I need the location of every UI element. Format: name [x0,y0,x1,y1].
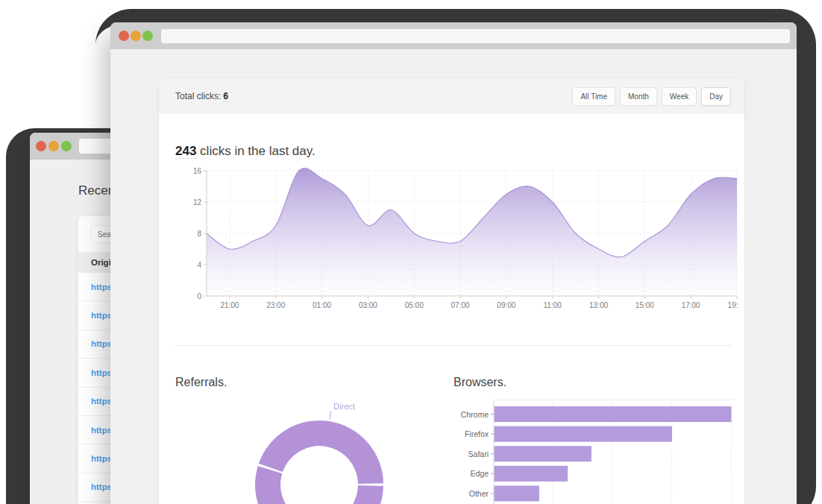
svg-text:15:00: 15:00 [636,301,654,309]
minimize-window-icon[interactable] [48,141,59,151]
svg-text:8: 8 [197,230,201,238]
donut-slice-label: Direct [333,402,355,411]
svg-text:23:00: 23:00 [266,301,285,309]
svg-text:19:00: 19:00 [727,301,738,309]
close-window-icon[interactable] [119,31,129,41]
total-clicks-value: 6 [223,91,228,102]
page: Recent Original https://https://https://… [0,0,822,504]
section-divider [175,345,731,346]
bar-category-label: Firefox [465,429,489,438]
range-button-day[interactable]: Day [701,87,731,106]
bar-category-label: Safari [468,450,489,459]
minimize-window-icon[interactable] [131,31,141,41]
svg-text:01:00: 01:00 [313,301,331,309]
front-browser-window: Total clicks:6 All TimeMonthWeekDay 243 … [110,22,797,504]
stats-card: Total clicks:6 All TimeMonthWeekDay 243 … [159,78,744,504]
clicks-area-chart: 048121621:0023:0001:0003:0005:0007:0009:… [175,162,738,320]
svg-text:11:00: 11:00 [544,301,562,309]
referrals-title: Referrals. [175,376,227,389]
stats-card-header: Total clicks:6 All TimeMonthWeekDay [159,78,744,114]
svg-text:05:00: 05:00 [405,301,424,309]
svg-text:07:00: 07:00 [451,301,470,309]
maximize-window-icon[interactable] [61,141,72,151]
bar-category-label: Other [469,489,489,498]
headline-text: clicks in the last day. [196,144,315,158]
close-window-icon[interactable] [36,141,46,151]
svg-text:4: 4 [197,261,201,269]
front-window-titlebar [110,22,797,49]
svg-text:09:00: 09:00 [497,301,515,309]
svg-text:03:00: 03:00 [359,301,377,309]
browsers-bar-chart: ChromeFirefoxSafariEdgeOther [436,388,738,504]
svg-text:0: 0 [197,292,201,300]
address-bar[interactable] [161,29,790,43]
bar-category-label: Chrome [461,410,489,419]
svg-text:17:00: 17:00 [682,301,700,309]
range-buttons: All TimeMonthWeekDay [572,87,731,106]
total-clicks-text: Total clicks: [175,91,221,101]
maximize-window-icon[interactable] [142,31,153,41]
total-clicks-label: Total clicks:6 [175,91,228,101]
referrals-donut-chart: Direct [175,394,444,504]
headline-count: 243 [175,144,196,159]
range-button-all-time[interactable]: All Time [572,87,615,106]
range-button-month[interactable]: Month [620,87,657,106]
svg-text:12: 12 [193,198,202,207]
bar-category-label: Edge [470,469,489,478]
svg-text:21:00: 21:00 [220,301,239,309]
headline: 243 clicks in the last day. [175,144,316,159]
svg-text:13:00: 13:00 [589,301,608,309]
svg-text:16: 16 [193,167,202,175]
range-button-week[interactable]: Week [662,87,697,106]
